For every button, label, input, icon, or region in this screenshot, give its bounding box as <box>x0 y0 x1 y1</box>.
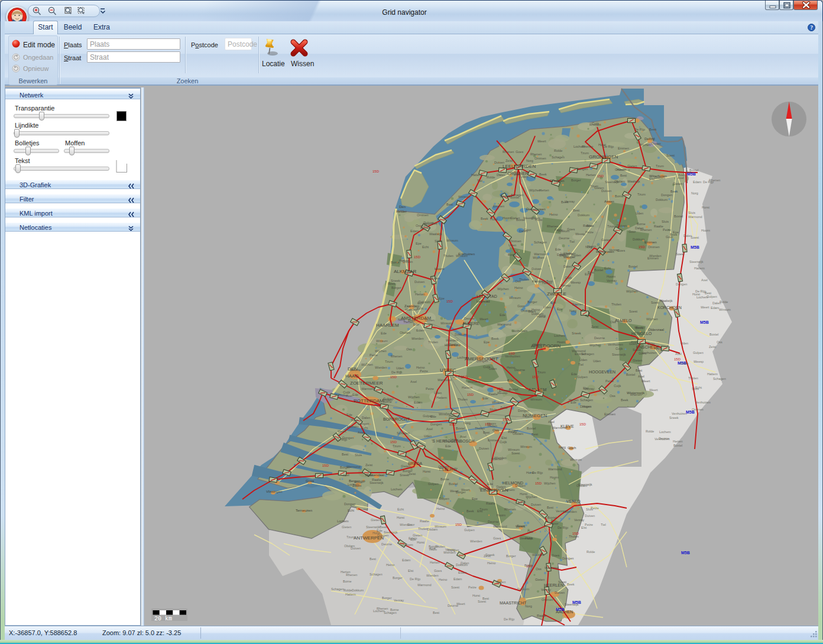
svg-text:De Rijp: De Rijp <box>391 370 402 374</box>
svg-text:Elst: Elst <box>550 301 556 304</box>
svg-text:Gulpen: Gulpen <box>654 176 665 180</box>
svg-text:Ede: Ede <box>445 444 451 448</box>
svg-text:Gieten: Gieten <box>601 238 611 242</box>
svg-text:Dongen: Dongen <box>661 193 672 197</box>
svg-text:Dokkum: Dokkum <box>352 588 364 592</box>
svg-text:Borne: Borne <box>391 261 400 264</box>
svg-text:Uden: Uden <box>424 434 432 438</box>
svg-text:Warmond: Warmond <box>548 467 562 471</box>
svg-text:Den: Den <box>399 205 406 209</box>
svg-text:Obdam: Obdam <box>438 465 449 469</box>
svg-text:Heino: Heino <box>514 286 523 290</box>
svg-text:Norg: Norg <box>525 604 532 608</box>
svg-text:Dokkum: Dokkum <box>517 587 530 591</box>
svg-text:Soest: Soest <box>451 586 460 589</box>
svg-text:Echt: Echt <box>417 301 424 305</box>
svg-text:Gulpen: Gulpen <box>439 497 449 500</box>
svg-text:Heino: Heino <box>487 561 495 565</box>
svg-text:Borne: Borne <box>615 194 624 198</box>
svg-text:Edam: Edam <box>711 306 720 310</box>
svg-text:Soest: Soest <box>558 580 567 584</box>
svg-text:Horst: Horst <box>417 541 425 544</box>
svg-text:Tzum: Tzum <box>393 444 401 448</box>
svg-text:15D: 15D <box>455 523 462 526</box>
svg-text:Warmond: Warmond <box>497 323 511 326</box>
svg-text:Hoorn: Hoorn <box>435 267 444 271</box>
svg-text:Ede: Ede <box>500 313 506 317</box>
svg-text:MAASTRICHT: MAASTRICHT <box>500 601 527 605</box>
svg-text:Duiven: Duiven <box>351 547 361 550</box>
svg-text:Best: Best <box>532 432 538 436</box>
svg-text:Emmen: Emmen <box>618 147 629 150</box>
svg-text:Ommen: Ommen <box>615 168 627 171</box>
svg-text:Wierden: Wierden <box>426 574 438 577</box>
svg-text:Schagen: Schagen <box>397 431 410 435</box>
svg-text:Winsum: Winsum <box>446 239 458 242</box>
svg-text:Ede: Ede <box>507 379 514 382</box>
svg-text:Echt: Echt <box>361 426 368 430</box>
svg-text:Norg: Norg <box>464 421 471 425</box>
svg-text:Rhenen: Rhenen <box>504 508 516 511</box>
svg-text:Rolde: Rolde <box>554 149 562 152</box>
svg-text:Winsum: Winsum <box>530 398 542 401</box>
svg-text:Heino: Heino <box>436 507 445 510</box>
svg-text:Beek: Beek <box>408 318 416 322</box>
svg-text:Beek: Beek <box>649 128 657 131</box>
svg-text:Soest: Soest <box>651 301 660 304</box>
svg-text:Deurne: Deurne <box>381 542 392 546</box>
svg-text:20 km: 20 km <box>154 616 172 622</box>
svg-text:Venhuizen: Venhuizen <box>654 437 670 441</box>
svg-text:Boxtel: Boxtel <box>709 333 718 336</box>
svg-text:Dokkum: Dokkum <box>532 312 544 316</box>
svg-text:De Rijp: De Rijp <box>603 145 614 148</box>
svg-text:Epe: Epe <box>484 340 490 344</box>
svg-text:Waalwijk: Waalwijk <box>627 180 640 183</box>
svg-text:Deurne: Deurne <box>514 368 525 372</box>
svg-text:Venhuizen: Venhuizen <box>641 351 657 354</box>
svg-text:M5B: M5B <box>681 551 690 555</box>
svg-text:Raalte: Raalte <box>420 519 429 523</box>
svg-text:Zeist: Zeist <box>514 173 521 176</box>
svg-text:Wijchen: Wijchen <box>646 317 658 321</box>
svg-text:Epe: Epe <box>472 497 478 500</box>
svg-text:Tholen: Tholen <box>428 340 438 344</box>
svg-text:Raalte: Raalte <box>449 343 458 346</box>
svg-text:Edam: Edam <box>693 180 702 184</box>
svg-text:Obdam: Obdam <box>400 331 410 334</box>
svg-text:Goes: Goes <box>516 150 523 154</box>
svg-text:Oss: Oss <box>610 320 616 324</box>
svg-text:Heino: Heino <box>532 308 540 311</box>
svg-text:Borger: Borger <box>527 300 537 304</box>
svg-text:Rhenen: Rhenen <box>443 440 455 443</box>
svg-text:Hattem: Hattem <box>462 386 472 389</box>
svg-text:Hoorn: Hoorn <box>557 340 566 344</box>
svg-text:Wijchen: Wijchen <box>526 495 537 499</box>
svg-text:Best: Best <box>433 611 439 614</box>
svg-text:ALMERE: ALMERE <box>462 321 479 326</box>
svg-text:Lochem: Lochem <box>659 430 671 434</box>
svg-text:Ommen: Ommen <box>521 309 533 313</box>
svg-text:Echt: Echt <box>348 509 354 512</box>
svg-text:Ede: Ede <box>413 323 419 326</box>
svg-text:Tiel: Tiel <box>477 179 482 183</box>
svg-text:Borger: Borger <box>508 253 518 256</box>
svg-text:Rhenen: Rhenen <box>530 152 542 156</box>
svg-text:Dalen: Dalen <box>362 416 370 419</box>
svg-text:Soest: Soest <box>478 600 487 603</box>
svg-text:Cuijk: Cuijk <box>500 440 507 444</box>
svg-text:Dokkum: Dokkum <box>633 238 645 241</box>
svg-text:Rhenen: Rhenen <box>589 123 601 126</box>
svg-text:Hattem: Hattem <box>436 396 447 399</box>
svg-text:Borger: Borger <box>456 490 466 494</box>
svg-text:HOOGEVEEN: HOOGEVEEN <box>589 370 615 374</box>
svg-text:Lelystad: Lelystad <box>477 300 490 303</box>
svg-text:Herten: Herten <box>341 570 351 574</box>
svg-text:Tiel: Tiel <box>686 170 691 174</box>
svg-text:Emmen: Emmen <box>572 303 584 306</box>
svg-text:Axel: Axel <box>346 394 352 398</box>
svg-text:Schagen: Schagen <box>331 587 344 591</box>
svg-text:Dokkum: Dokkum <box>455 333 467 336</box>
svg-text:Raalte: Raalte <box>488 392 498 396</box>
svg-text:Wijchen: Wijchen <box>639 143 651 147</box>
svg-text:Hoorn: Hoorn <box>607 275 615 278</box>
